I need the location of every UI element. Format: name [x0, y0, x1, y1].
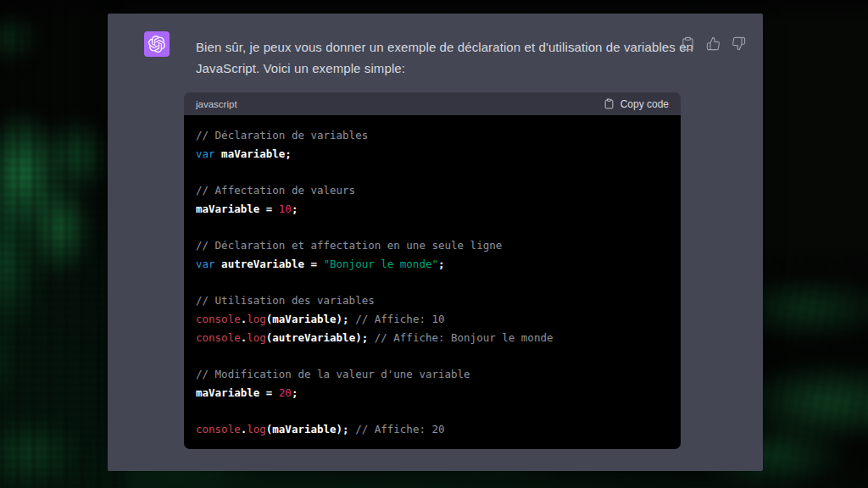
code-line — [196, 402, 669, 420]
code-line — [196, 274, 669, 292]
copy-code-label: Copy code — [620, 98, 669, 110]
code-line: console.log(autreVariable); // Affiche: … — [196, 329, 669, 347]
code-line: console.log(maVariable); // Affiche: 10 — [196, 310, 669, 329]
code-line: var autreVariable = "Bonjour le monde"; — [196, 255, 669, 274]
message-line-2: JavaScript. Voici un exemple simple: — [196, 58, 704, 79]
message-line-1: Bien sûr, je peux vous donner un exemple… — [196, 36, 704, 58]
code-block-header: javascript Copy code — [184, 92, 681, 115]
message-text: Bien sûr, je peux vous donner un exemple… — [196, 36, 704, 79]
clipboard-icon — [604, 98, 615, 109]
code-line: // Utilisation des variables — [196, 291, 669, 310]
thumbs-down-icon — [732, 36, 746, 51]
code-line: // Affectation de valeurs — [196, 181, 669, 200]
thumbs-up-button[interactable] — [704, 35, 722, 53]
code-line — [196, 218, 669, 236]
chatgpt-avatar — [144, 31, 170, 57]
thumbs-up-icon — [706, 36, 721, 51]
code-line: // Déclaration de variables — [196, 126, 669, 145]
code-content: // Déclaration de variablesvar maVariabl… — [184, 115, 681, 449]
code-line — [196, 347, 669, 365]
copy-message-button[interactable] — [679, 35, 697, 53]
code-line — [196, 163, 669, 181]
clipboard-icon — [681, 36, 695, 51]
code-line: // Déclaration et affectation en une seu… — [196, 236, 669, 255]
thumbs-down-button[interactable] — [730, 35, 748, 53]
code-line: maVariable = 10; — [196, 200, 669, 219]
code-line: // Modification de la valeur d'une varia… — [196, 365, 669, 384]
code-line: maVariable = 20; — [196, 384, 669, 402]
code-block: javascript Copy code // Déclaration de v… — [184, 92, 681, 449]
message-actions — [679, 35, 748, 53]
openai-logo-icon — [148, 36, 165, 53]
copy-code-button[interactable]: Copy code — [604, 98, 669, 110]
assistant-message-panel: Bien sûr, je peux vous donner un exemple… — [108, 14, 763, 471]
code-line: console.log(maVariable); // Affiche: 20 — [196, 420, 669, 439]
code-language-label: javascript — [196, 99, 237, 109]
code-line: var maVariable; — [196, 145, 669, 164]
